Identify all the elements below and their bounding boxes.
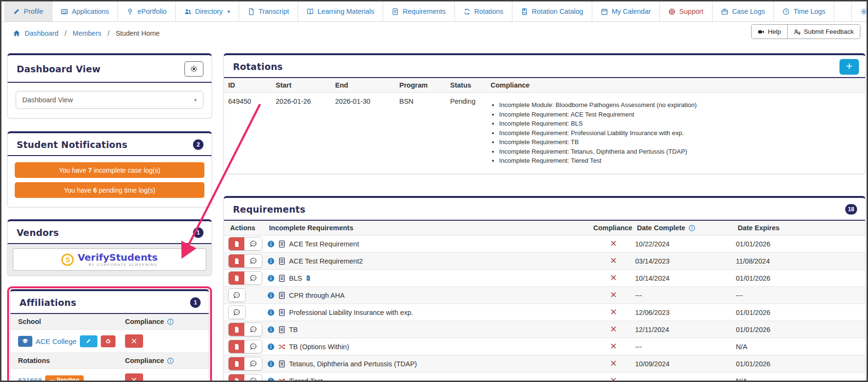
dashboard-settings-button[interactable] <box>184 61 203 77</box>
upload-document-button[interactable] <box>229 237 245 250</box>
comment-button[interactable] <box>245 357 262 370</box>
tab-applications[interactable]: Applications <box>52 1 118 21</box>
requirement-type-icon <box>278 274 286 282</box>
tab-case-logs[interactable]: Case Logs <box>713 1 774 21</box>
chat-icon <box>233 292 241 299</box>
file-icon <box>233 326 240 333</box>
requirement-name[interactable]: ACE Test Requirement <box>289 240 359 248</box>
feedback-icon <box>794 29 800 35</box>
requirement-type-icon <box>278 292 286 299</box>
select-value: Dashboard View <box>22 96 73 104</box>
requirement-name[interactable]: Tetanus, Diphtheria and Pertussis (TDAP) <box>289 360 417 368</box>
requirement-name[interactable]: ACE Test Requirement2 <box>289 257 363 265</box>
add-rotation-button[interactable]: + <box>839 59 859 75</box>
info-icon[interactable] <box>267 309 275 316</box>
rotation-noncompliant-button[interactable] <box>125 373 143 382</box>
edit-school-button[interactable] <box>80 335 97 347</box>
info-icon[interactable] <box>267 240 275 248</box>
rotation-id: 649450 <box>228 93 276 110</box>
requirement-name[interactable]: BLS <box>289 274 302 282</box>
requirements-card: Requirements 18 Actions Incomplete Requi… <box>223 196 866 382</box>
life-ring-icon <box>668 8 675 15</box>
file-icon <box>233 258 240 264</box>
home-icon[interactable] <box>13 29 20 37</box>
tab-rotations[interactable]: Rotations <box>455 1 512 21</box>
requirement-name[interactable]: TB (Options Within) <box>289 343 349 351</box>
remove-school-button[interactable]: ♻ <box>101 335 116 347</box>
info-icon[interactable] <box>267 274 275 282</box>
info-icon[interactable] <box>267 326 275 333</box>
info-icon[interactable] <box>688 225 695 232</box>
requirement-name[interactable]: TB <box>289 326 298 333</box>
tab-rotation-catalog[interactable]: Rotation Catalog <box>512 1 592 21</box>
comment-button[interactable] <box>245 255 262 267</box>
tab-label: My Calendar <box>612 8 651 15</box>
info-icon[interactable] <box>267 377 275 382</box>
comment-button[interactable] <box>245 374 262 382</box>
requirement-name[interactable]: Professional Liability Insurance with ex… <box>289 309 413 316</box>
comment-button[interactable] <box>229 306 245 319</box>
affiliations-rotations-header-row: Rotations Compliance <box>10 353 209 369</box>
info-icon[interactable] <box>267 360 275 368</box>
requirement-type-icon <box>278 360 286 368</box>
file-icon <box>233 241 240 247</box>
date-complete: 03/14/2023 <box>635 257 736 265</box>
tab-directory[interactable]: Directory ▾ <box>176 1 240 21</box>
tab-requirements[interactable]: Requirements <box>383 1 454 21</box>
breadcrumb-dashboard[interactable]: Dashboard <box>25 29 58 37</box>
tab-transcript[interactable]: Transcript <box>239 1 298 21</box>
file-icon <box>233 361 240 367</box>
upload-document-button[interactable] <box>229 340 245 353</box>
upload-document-button[interactable] <box>229 255 245 267</box>
comment-button[interactable] <box>245 272 262 284</box>
info-icon[interactable] <box>167 318 174 325</box>
tab-label: Learning Materials <box>318 8 374 15</box>
school-noncompliant-button[interactable] <box>125 334 143 348</box>
requirements-title: Requirements <box>233 204 305 215</box>
incomplete-case-logs-alert[interactable]: You have 7 incomplete case log(s) <box>15 162 204 178</box>
info-icon[interactable] <box>167 357 174 364</box>
pending-time-logs-alert[interactable]: You have 6 pending time log(s) <box>15 182 204 198</box>
tab-support[interactable]: Support <box>660 1 713 21</box>
comment-button[interactable] <box>245 340 262 353</box>
requirement-name[interactable]: CPR through AHA <box>289 292 345 299</box>
requirement-name[interactable]: Tiered Test <box>289 377 323 382</box>
affiliations-title: Affiliations <box>19 297 76 308</box>
date-expires: 01/01/2026 <box>736 326 865 333</box>
upload-document-button[interactable] <box>229 323 245 336</box>
info-icon[interactable] <box>267 292 275 299</box>
page-action-buttons: Help Submit Feedback <box>751 24 860 39</box>
table-row: ACE Test Requirement2 03/14/2023 11/08/2… <box>224 253 865 270</box>
tab-learning-materials[interactable]: Learning Materials <box>298 1 383 21</box>
compliance-column-header: Compliance <box>125 318 164 325</box>
tab-more[interactable]: More ▾ <box>852 1 868 21</box>
tab-label: Support <box>679 8 704 15</box>
info-icon[interactable] <box>267 257 275 265</box>
tab-eportfolio[interactable]: ePortfolio <box>118 1 175 21</box>
upload-document-button[interactable] <box>229 374 245 382</box>
requirement-type-icon <box>278 257 286 265</box>
vendor-logo-subtext: BY CORPORATE SCREENING <box>88 263 157 267</box>
verify-students-vendor-link[interactable]: S VerifyStudents BY CORPORATE SCREENING <box>13 248 206 271</box>
comment-button[interactable] <box>245 323 262 336</box>
breadcrumb-members[interactable]: Members <box>73 29 101 37</box>
tab-time-logs[interactable]: Time Logs <box>774 1 834 21</box>
tab-profile[interactable]: Profile <box>4 1 52 21</box>
submit-feedback-button[interactable]: Submit Feedback <box>787 25 860 39</box>
upload-document-button[interactable] <box>229 357 245 370</box>
nav-spacer <box>834 1 852 21</box>
top-navigation: Profile Applications ePortfolio Director… <box>1 1 867 22</box>
breadcrumb-separator: / <box>107 29 109 37</box>
dashboard-view-select[interactable]: Dashboard View ▾ <box>16 91 203 109</box>
info-icon[interactable] <box>267 343 275 351</box>
school-link[interactable]: ACE College <box>36 337 77 345</box>
upload-document-button[interactable] <box>229 272 245 284</box>
help-button[interactable]: Help <box>752 25 787 39</box>
requirements-table-body: ACE Test Requirement 10/22/2024 01/01/20… <box>224 235 865 382</box>
rotation-id-link[interactable]: 631668 <box>18 376 42 382</box>
affiliations-highlight-box: Affiliations 1 School Compliance <box>7 286 212 382</box>
tab-my-calendar[interactable]: My Calendar <box>592 1 660 21</box>
comment-button[interactable] <box>245 237 262 250</box>
comment-button[interactable] <box>229 289 245 302</box>
tab-label: Profile <box>24 8 43 15</box>
